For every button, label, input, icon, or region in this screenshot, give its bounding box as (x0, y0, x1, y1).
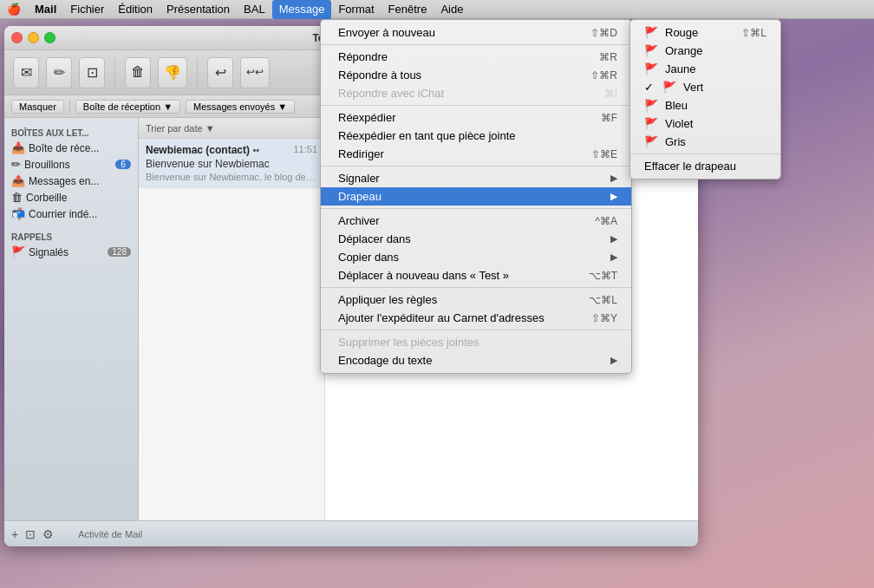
menu-copier[interactable]: Copier dans ▶ (321, 248, 631, 266)
junk-sidebar-icon: 📬 (11, 207, 25, 220)
reply-all-button[interactable]: ↩↩ (240, 57, 270, 88)
sidebar-label-trash: Corbeille (26, 192, 67, 204)
new-message-button[interactable]: ✉ (13, 57, 39, 88)
flag-violet[interactable]: 🚩 Violet (630, 114, 780, 133)
menu-deplacer[interactable]: Déplacer dans ▶ (321, 230, 631, 248)
traffic-lights (11, 32, 55, 43)
sidebar-rappels-section: RAPPELS 🚩 Signalés 128 (4, 229, 138, 260)
flag-orange[interactable]: 🚩 Orange (630, 42, 780, 60)
sidebar-item-drafts[interactable]: ✏ Brouillons 6 (4, 156, 138, 173)
flag-vert-check: ✓ (644, 81, 654, 94)
mail-sender-0: Newbiemac (contact) •• (146, 144, 259, 156)
signales-badge: 128 (108, 247, 131, 257)
settings-button[interactable]: ⚙ (42, 527, 54, 541)
flag-effacer-label: Effacer le drapeau (644, 160, 736, 173)
menu-sep-4 (321, 208, 631, 209)
sidebar-item-trash[interactable]: 🗑 Corbeille (4, 189, 138, 206)
close-button[interactable] (11, 32, 23, 43)
menubar-mail[interactable]: Mail (28, 0, 63, 19)
menu-sep-2 (321, 105, 631, 106)
flag-jaune-icon: 🚩 (644, 62, 658, 75)
flag-rouge-label: Rouge (665, 26, 698, 39)
sidebar-item-inbox[interactable]: 📥 Boîte de réce... (4, 140, 138, 156)
flag-effacer[interactable]: Effacer le drapeau (630, 157, 780, 175)
sidebar-item-signales[interactable]: 🚩 Signalés 128 (4, 244, 138, 260)
sidebar-item-sent[interactable]: 📤 Messages en... (4, 173, 138, 189)
flag-orange-icon: 🚩 (644, 44, 658, 57)
flag-gris[interactable]: 🚩 Gris (630, 133, 780, 151)
flag-bleu-label: Bleu (665, 99, 688, 112)
flag-vert[interactable]: ✓ 🚩 Vert (630, 78, 780, 96)
compose-button[interactable]: ✏ (46, 57, 72, 88)
sidebar-label-signales: Signalés (29, 246, 68, 258)
delete-button[interactable]: 🗑 (125, 57, 151, 88)
deplacer-arrow: ▶ (610, 233, 617, 245)
menu-archiver[interactable]: Archiver ^⌘A (321, 212, 631, 230)
flag-violet-icon: 🚩 (644, 117, 658, 130)
sidebar-label-junk: Courrier indé... (29, 208, 97, 220)
boite-reception-button[interactable]: Boîte de réception ▼ (75, 100, 180, 114)
menu-reexpedier[interactable]: Réexpédier ⌘F (321, 108, 631, 127)
sidebar-section-mailboxes: BOÎTES AUX LET... (4, 125, 138, 140)
copier-arrow: ▶ (610, 252, 617, 263)
menubar: 🍎 Mail Fichier Édition Présentation BAL … (0, 0, 874, 19)
menubar-message[interactable]: Message (272, 0, 332, 19)
mail-sort-header[interactable]: Trier par date ▼ (139, 118, 324, 139)
junk-icon: 👎 (164, 64, 181, 81)
mail-item-header-0: Newbiemac (contact) •• 11:51 (146, 144, 317, 156)
signaler-arrow: ▶ (610, 173, 617, 184)
menubar-presentation[interactable]: Présentation (160, 0, 237, 19)
flag-rouge[interactable]: 🚩 Rouge ⇧⌘L (630, 23, 780, 42)
reply-button[interactable]: ↩ (207, 57, 233, 88)
menu-deplacer-test[interactable]: Déplacer à nouveau dans « Test » ⌥⌘T (321, 266, 631, 284)
menu-sep-3 (321, 166, 631, 167)
menu-signaler[interactable]: Signaler ▶ (321, 169, 631, 187)
menu-encodage[interactable]: Encodage du texte ▶ (321, 351, 631, 369)
menu-repondre[interactable]: Répondre ⌘R (321, 48, 631, 66)
sidebar-section-rappels: RAPPELS (4, 229, 138, 244)
flag-bleu[interactable]: 🚩 Bleu (630, 96, 780, 114)
maximize-button[interactable] (44, 32, 55, 43)
encodage-arrow: ▶ (610, 355, 617, 366)
menu-drapeau[interactable]: Drapeau ▶ (321, 187, 631, 206)
menu-appliquer[interactable]: Appliquer les règles ⌥⌘L (321, 291, 631, 309)
flag-submenu: 🚩 Rouge ⇧⌘L 🚩 Orange 🚩 Jaune ✓ 🚩 Vert 🚩 … (629, 19, 781, 180)
add-button[interactable]: + (11, 527, 18, 541)
flag-violet-label: Violet (665, 117, 693, 130)
apple-menu[interactable]: 🍎 (0, 0, 28, 19)
sidebar-item-junk[interactable]: 📬 Courrier indé... (4, 206, 138, 222)
statusbar: + ⊡ ⚙ Activité de Mail (4, 520, 698, 546)
junk-button[interactable]: 👎 (158, 57, 187, 88)
messages-envoyes-button[interactable]: Messages envoyés ▼ (186, 100, 295, 114)
flag-jaune-label: Jaune (665, 62, 695, 75)
flag-gris-label: Gris (665, 135, 686, 148)
menu-envoyer[interactable]: Envoyer à nouveau ⇧⌘D (321, 23, 631, 42)
masquer-button[interactable]: Masquer (11, 100, 64, 114)
archive-button[interactable]: ⊡ (79, 57, 105, 88)
menu-sep-1 (321, 44, 631, 45)
menu-reexpedier-pj[interactable]: Réexpédier en tant que pièce jointe (321, 127, 631, 145)
menu-ajouter-expediteur[interactable]: Ajouter l'expéditeur au Carnet d'adresse… (321, 309, 631, 327)
sidebar: BOÎTES AUX LET... 📥 Boîte de réce... ✏ B… (4, 118, 139, 520)
minimize-button[interactable] (28, 32, 39, 43)
menubar-format[interactable]: Format (331, 0, 381, 19)
mail-item-0[interactable]: Newbiemac (contact) •• 11:51 Bienvenue s… (139, 139, 324, 188)
menubar-aide[interactable]: Aide (434, 0, 470, 19)
menu-rediriger[interactable]: Rediriger ⇧⌘E (321, 145, 631, 163)
trash-icon: 🗑 (131, 64, 145, 80)
flag-sidebar-icon: 🚩 (11, 245, 25, 258)
subtoolbar-sep-1 (69, 100, 70, 114)
menubar-bal[interactable]: BAL (237, 0, 272, 19)
menubar-edition[interactable]: Édition (111, 0, 160, 19)
mail-time-0: 11:51 (293, 144, 317, 156)
menu-sep-5 (321, 287, 631, 288)
flag-gris-icon: 🚩 (644, 135, 658, 148)
menu-repondre-tous[interactable]: Répondre à tous ⇧⌘R (321, 66, 631, 84)
menubar-fichier[interactable]: Fichier (63, 0, 111, 19)
menubar-fenetre[interactable]: Fenêtre (382, 0, 434, 19)
toolbar-separator-2 (197, 58, 198, 88)
flag-rouge-icon: 🚩 (644, 26, 658, 39)
flag-jaune[interactable]: 🚩 Jaune (630, 60, 780, 78)
inbox-icon: 📥 (11, 141, 25, 154)
archive-status-button[interactable]: ⊡ (25, 527, 36, 541)
